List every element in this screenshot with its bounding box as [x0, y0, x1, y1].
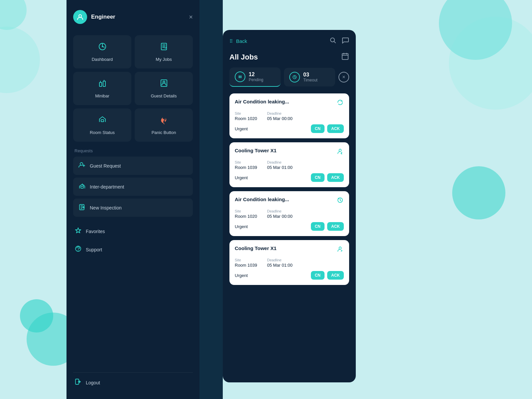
- deadline-label-2: Deadline: [267, 160, 293, 164]
- svg-rect-10: [81, 186, 83, 188]
- menu-item-dashboard[interactable]: Dashboard: [73, 35, 131, 68]
- reassign-icon-2: [336, 148, 344, 157]
- right-panel-header: ⠿ Back: [229, 37, 349, 46]
- requests-label: Requests: [73, 148, 193, 153]
- dashboard-label: Dashboard: [92, 57, 113, 62]
- grid-icon: ⠿: [229, 39, 233, 44]
- panel-calendar-icon[interactable]: [341, 52, 349, 62]
- ack-button-3[interactable]: ACK: [327, 222, 344, 231]
- panel-header-left: Engineer: [73, 10, 115, 24]
- svg-point-26: [339, 149, 341, 152]
- ack-button-1[interactable]: ACK: [327, 124, 344, 133]
- tab-pending[interactable]: 12 Pending: [229, 67, 281, 87]
- deadline-detail-3: Deadline 05 Mar 00:00: [267, 209, 293, 219]
- job-card-2-header: Cooling Tower X1: [235, 148, 344, 157]
- deadline-value-2: 05 Mar 01:00: [267, 165, 293, 170]
- guest-details-icon: [159, 78, 169, 90]
- new-inspection-label: New Inspection: [90, 205, 122, 210]
- panel-title: All Jobs: [229, 52, 349, 62]
- cn-button-4[interactable]: CN: [311, 271, 325, 280]
- site-label-3: Site: [235, 209, 257, 213]
- request-items: Guest Request Inter-department: [73, 157, 193, 217]
- site-label-4: Site: [235, 258, 257, 262]
- logout-label: Logout: [86, 380, 100, 385]
- svg-rect-5: [103, 81, 105, 86]
- support-label: Support: [86, 247, 102, 252]
- job-card-4-header: Cooling Tower X1: [235, 245, 344, 255]
- status-tabs: 12 Pending 03 Timeout ×: [229, 67, 349, 87]
- message-icon[interactable]: [342, 37, 349, 46]
- job-details-2: Site Room 1039 Deadline 05 Mar 01:00: [235, 160, 344, 170]
- job-card-1-header: Air Condition leaking...: [235, 99, 344, 108]
- site-value-3: Room 1020: [235, 214, 257, 219]
- back-button[interactable]: ⠿ Back: [229, 38, 247, 44]
- support-link[interactable]: Support: [73, 242, 193, 257]
- guest-details-label: Guest Details: [151, 93, 177, 98]
- close-button[interactable]: ×: [189, 14, 193, 20]
- cn-button-1[interactable]: CN: [311, 124, 325, 133]
- svg-rect-4: [99, 82, 102, 86]
- urgent-badge-3: Urgent: [235, 224, 248, 229]
- urgent-badge-4: Urgent: [235, 273, 248, 278]
- deadline-label-4: Deadline: [267, 258, 293, 262]
- right-panel: ⠿ Back All Jobs: [223, 30, 356, 382]
- guest-request-label: Guest Request: [90, 163, 121, 169]
- logout-button[interactable]: Logout: [73, 372, 193, 392]
- request-item-inspection[interactable]: New Inspection: [73, 199, 193, 217]
- cn-button-3[interactable]: CN: [311, 222, 325, 231]
- site-detail-4: Site Room 1039: [235, 258, 257, 268]
- deadline-label-1: Deadline: [267, 111, 293, 115]
- deadline-value-3: 05 Mar 00:00: [267, 214, 293, 219]
- site-value-1: Room 1020: [235, 116, 257, 121]
- urgent-badge-2: Urgent: [235, 175, 248, 180]
- menu-item-room-status[interactable]: Room Status: [73, 108, 131, 142]
- svg-rect-8: [101, 120, 104, 122]
- request-item-inter[interactable]: Inter-department: [73, 178, 193, 196]
- bg-circle-1: [0, 0, 27, 30]
- search-icon[interactable]: [329, 37, 336, 46]
- svg-rect-23: [239, 75, 240, 78]
- deadline-label-3: Deadline: [267, 209, 293, 213]
- cn-button-2[interactable]: CN: [311, 173, 325, 182]
- job-card-3-footer: Urgent CN ACK: [235, 222, 344, 231]
- site-detail-2: Site Room 1039: [235, 160, 257, 170]
- close-tab-button[interactable]: ×: [338, 72, 349, 82]
- svg-point-11: [83, 185, 84, 185]
- bg-circle-2: [0, 27, 40, 93]
- deadline-value-1: 05 Mar 00:00: [267, 116, 293, 121]
- user-name: Engineer: [91, 14, 115, 20]
- refresh-icon-3: [336, 197, 344, 206]
- inter-dept-icon: [78, 182, 86, 191]
- minibar-label: Minibar: [95, 93, 109, 98]
- tab-timeout[interactable]: 03 Timeout: [284, 68, 335, 86]
- job-card-2-footer: Urgent CN ACK: [235, 173, 344, 182]
- ack-button-2[interactable]: ACK: [327, 173, 344, 182]
- deadline-value-4: 05 Mar 01:00: [267, 263, 293, 268]
- menu-grid: Dashboard My Jobs Minibar: [73, 35, 193, 142]
- clock-icon: [289, 72, 300, 82]
- favorites-link[interactable]: Favorites: [73, 223, 193, 239]
- guest-request-icon: [78, 161, 86, 170]
- menu-item-my-jobs[interactable]: My Jobs: [135, 35, 193, 68]
- pending-count: 12: [249, 71, 263, 77]
- menu-item-guest-details[interactable]: Guest Details: [135, 72, 193, 105]
- menu-item-minibar[interactable]: Minibar: [73, 72, 131, 105]
- room-status-label: Room Status: [90, 130, 115, 135]
- panic-button-label: Panic Button: [152, 130, 176, 135]
- ack-button-4[interactable]: ACK: [327, 271, 344, 280]
- job-details-4: Site Room 1039 Deadline 05 Mar 01:00: [235, 258, 344, 268]
- svg-point-0: [79, 15, 81, 17]
- logout-icon: [74, 378, 82, 387]
- job-card-1: Air Condition leaking... Site Room 1020 …: [229, 93, 349, 138]
- deadline-detail-4: Deadline 05 Mar 01:00: [267, 258, 293, 268]
- menu-item-panic-button[interactable]: Panic Button: [135, 108, 193, 142]
- avatar: [73, 10, 87, 24]
- my-jobs-label: My Jobs: [156, 57, 172, 62]
- svg-point-21: [331, 38, 334, 42]
- job-card-1-footer: Urgent CN ACK: [235, 124, 344, 133]
- my-jobs-icon: [159, 42, 169, 54]
- request-item-guest[interactable]: Guest Request: [73, 157, 193, 175]
- bg-circle-7: [452, 166, 505, 219]
- left-panel: Engineer × Dashboard: [66, 0, 200, 399]
- timeout-label: Timeout: [303, 78, 318, 82]
